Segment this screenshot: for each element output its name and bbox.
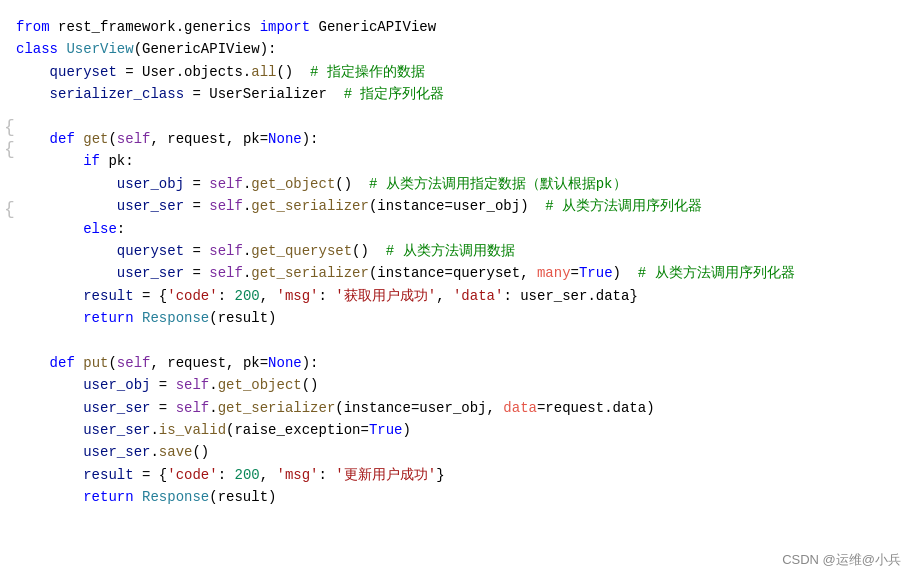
bracket-else: { xyxy=(4,200,15,218)
bracket-if: { xyxy=(4,140,15,158)
watermark: CSDN @运维@小兵 xyxy=(782,551,901,569)
code-container: from rest_framework.generics import Gene… xyxy=(0,0,917,581)
bracket-get: { xyxy=(4,118,15,136)
code-block: from rest_framework.generics import Gene… xyxy=(0,8,917,517)
